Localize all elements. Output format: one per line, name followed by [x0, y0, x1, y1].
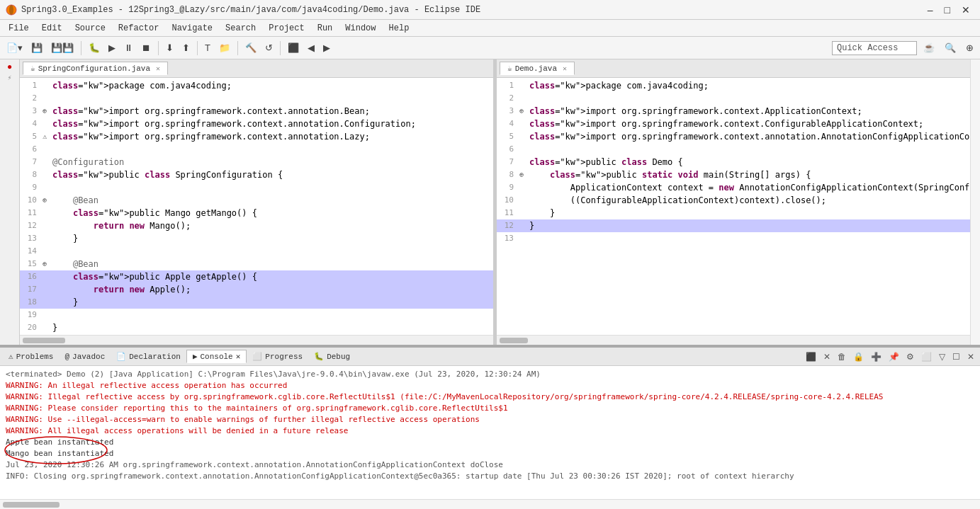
line-number: 20 — [23, 321, 43, 334]
left-tab-close[interactable]: ✕ — [156, 64, 160, 73]
menu-edit[interactable]: Edit — [36, 22, 68, 35]
minimize-button[interactable]: – — [923, 4, 937, 16]
left-tab-springconfig[interactable]: ☕ SpringConfiguration.java ✕ — [23, 62, 168, 75]
console-line-1: WARNING: Illegal reflective access by or… — [6, 391, 974, 403]
tab-declaration[interactable]: 📄 Declaration — [111, 350, 186, 362]
menu-run[interactable]: Run — [312, 22, 339, 35]
console-line-7: Jul 23, 2020 12:30:26 AM org.springframe… — [6, 459, 974, 471]
open-type-button[interactable]: T — [201, 40, 214, 55]
line-number: 7 — [23, 156, 43, 168]
right-scroll-bottom[interactable] — [497, 335, 970, 345]
pause-button[interactable]: ⏸ — [120, 40, 137, 55]
save-all-button[interactable]: 💾💾 — [47, 40, 77, 55]
console-pin-btn[interactable]: 📌 — [886, 350, 902, 363]
console-new-btn[interactable]: ➕ — [868, 350, 884, 363]
refresh-button[interactable]: ↺ — [261, 40, 276, 55]
code-line-1: 1class="kw">package com.java4coding; — [497, 79, 970, 92]
menu-file[interactable]: File — [3, 22, 35, 35]
tab-debug[interactable]: 🐛 Debug — [308, 350, 356, 362]
line-number: 4 — [500, 118, 519, 130]
maximize-button[interactable]: □ — [940, 4, 954, 16]
console-line-4: WARNING: All illegal access operations w… — [6, 425, 974, 437]
code-line-2: 2 — [20, 92, 493, 105]
right-tab-demo[interactable]: ☕ Demo.java ✕ — [500, 62, 575, 75]
console-terminated-line: <terminated> Demo (2) [Java Application]… — [6, 369, 974, 380]
left-code-area[interactable]: 1class="kw">package com.java4coding;23⊕c… — [20, 78, 493, 335]
save-button[interactable]: 💾 — [28, 40, 46, 55]
tab-console[interactable]: ▶ Console ✕ — [186, 350, 247, 363]
line-number: 19 — [23, 309, 43, 321]
console-remove-btn[interactable]: ✕ — [821, 350, 833, 363]
close-button[interactable]: ✕ — [957, 4, 974, 16]
build-button[interactable]: 🔨 — [242, 40, 260, 55]
line-content: } — [52, 232, 78, 245]
perspective-java-button[interactable]: ☕ — [920, 40, 938, 55]
perspective-add-button[interactable]: ⊕ — [962, 40, 977, 55]
debug-button[interactable]: 🐛 — [85, 40, 103, 55]
line-number: 3 — [500, 105, 519, 118]
console-stop-btn[interactable]: ⬛ — [803, 350, 819, 363]
left-tab-label: SpringConfiguration.java — [38, 64, 150, 73]
code-line-3: 3⊕class="kw">import org.springframework.… — [497, 105, 970, 118]
line-number: 1 — [23, 79, 43, 92]
new-button[interactable]: 📄▾ — [3, 40, 26, 55]
perspective-button[interactable]: ⬛ — [284, 40, 303, 55]
line-number: 18 — [23, 296, 43, 309]
next-anno-button[interactable]: ⬇ — [162, 40, 177, 55]
open-resource-button[interactable]: 📁 — [215, 40, 234, 55]
code-line-7: 7class="kw">public class Demo { — [497, 156, 970, 168]
code-line-13: 13 — [497, 232, 970, 245]
menu-search[interactable]: Search — [220, 22, 261, 35]
quick-access-box[interactable]: Quick Access — [832, 41, 917, 55]
console-bottom-bar[interactable] — [0, 499, 980, 509]
line-number: 5 — [23, 130, 43, 143]
console-close-btn[interactable]: ✕ — [964, 350, 977, 363]
right-hscroll-thumb[interactable] — [500, 338, 528, 343]
forward-button[interactable]: ▶ — [320, 40, 334, 55]
svg-point-1 — [9, 5, 13, 15]
console-minimize-btn[interactable]: ▽ — [936, 350, 948, 363]
code-line-10: 10 ((ConfigurableApplicationContext)cont… — [497, 194, 970, 207]
console-hscroll-thumb[interactable] — [3, 502, 60, 508]
progress-label: Progress — [265, 353, 303, 361]
tab-progress[interactable]: ⬜ Progress — [247, 350, 308, 362]
app-title: Spring3.0_Examples - 12Spring3_@Lazy/src… — [6, 4, 480, 16]
code-line-9: 9 ApplicationContext context = new Annot… — [497, 181, 970, 194]
code-line-14: 14 — [20, 245, 493, 258]
menu-help[interactable]: Help — [383, 22, 415, 35]
bottom-tab-bar: ⚠ Problems @ Javadoc 📄 Declaration ▶ Con… — [0, 348, 980, 366]
declaration-icon: 📄 — [116, 352, 126, 361]
tab-problems[interactable]: ⚠ Problems — [3, 350, 59, 362]
console-expand-btn[interactable]: ⬜ — [918, 350, 935, 363]
menu-source[interactable]: Source — [69, 22, 111, 35]
problems-label: Problems — [16, 353, 54, 361]
code-line-4: 4class="kw">import org.springframework.c… — [497, 118, 970, 130]
console-line-5: Apple bean instantiated — [6, 437, 113, 448]
code-line-1: 1class="kw">package com.java4coding; — [20, 79, 493, 92]
console-scroll-lock-btn[interactable]: 🔒 — [850, 350, 867, 363]
line-content: @Bean — [52, 194, 98, 207]
right-tab-close[interactable]: ✕ — [563, 64, 567, 73]
perspective-debug-button[interactable]: 🔍 — [941, 40, 959, 55]
console-maximize-btn[interactable]: ☐ — [950, 350, 963, 363]
menu-project[interactable]: Project — [263, 22, 310, 35]
tab-javadoc[interactable]: @ Javadoc — [59, 351, 111, 362]
console-options-btn[interactable]: ⚙ — [903, 350, 917, 363]
console-tab-close[interactable]: ✕ — [236, 352, 241, 361]
console-line-8: INFO: Closing org.springframework.contex… — [6, 471, 974, 482]
code-line-4: 4class="kw">import org.springframework.c… — [20, 118, 493, 130]
run-button[interactable]: ▶ — [105, 40, 119, 55]
prev-anno-button[interactable]: ⬆ — [179, 40, 193, 55]
menu-navigate[interactable]: Navigate — [166, 22, 218, 35]
left-hscroll-thumb[interactable] — [23, 338, 65, 343]
stop-button[interactable]: ⏹ — [138, 40, 154, 55]
menu-refactor[interactable]: Refactor — [113, 22, 165, 35]
back-button[interactable]: ◀ — [304, 40, 318, 55]
code-line-11: 11 class="kw">public Mango getMango() { — [20, 207, 493, 219]
right-scrollbar[interactable] — [970, 59, 980, 345]
console-clear-btn[interactable]: 🗑 — [835, 350, 849, 363]
menu-window[interactable]: Window — [339, 22, 381, 35]
left-scroll-bottom[interactable] — [20, 335, 493, 345]
right-code-area[interactable]: 1class="kw">package com.java4coding;23⊕c… — [497, 78, 970, 335]
line-number: 4 — [23, 118, 43, 130]
